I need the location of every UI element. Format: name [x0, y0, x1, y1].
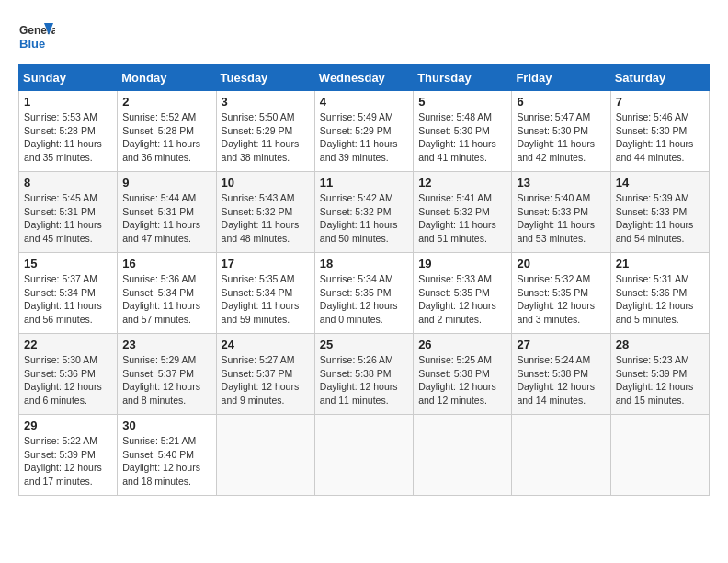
weekday-header-saturday: Saturday — [610, 65, 709, 91]
weekday-header-wednesday: Wednesday — [314, 65, 413, 91]
calendar-cell: 2Sunrise: 5:52 AM Sunset: 5:28 PM Daylig… — [118, 91, 216, 172]
calendar-cell: 8Sunrise: 5:45 AM Sunset: 5:31 PM Daylig… — [19, 172, 118, 253]
day-info: Sunrise: 5:35 AM Sunset: 5:34 PM Dayligh… — [222, 272, 310, 327]
calendar-cell: 30Sunrise: 5:21 AM Sunset: 5:40 PM Dayli… — [118, 415, 216, 496]
day-info: Sunrise: 5:36 AM Sunset: 5:34 PM Dayligh… — [122, 272, 210, 327]
calendar-cell: 5Sunrise: 5:48 AM Sunset: 5:30 PM Daylig… — [414, 91, 512, 172]
day-info: Sunrise: 5:48 AM Sunset: 5:30 PM Dayligh… — [418, 110, 506, 165]
day-number: 22 — [24, 338, 112, 351]
calendar-cell: 10Sunrise: 5:43 AM Sunset: 5:32 PM Dayli… — [216, 172, 314, 253]
day-info: Sunrise: 5:46 AM Sunset: 5:30 PM Dayligh… — [616, 110, 704, 165]
calendar-cell: 18Sunrise: 5:34 AM Sunset: 5:35 PM Dayli… — [314, 253, 413, 334]
calendar-cell — [512, 415, 610, 496]
day-number: 30 — [122, 419, 210, 432]
day-number: 25 — [320, 338, 408, 351]
day-info: Sunrise: 5:50 AM Sunset: 5:29 PM Dayligh… — [222, 110, 310, 165]
calendar-body: 1Sunrise: 5:53 AM Sunset: 5:28 PM Daylig… — [19, 91, 710, 496]
day-info: Sunrise: 5:34 AM Sunset: 5:35 PM Dayligh… — [320, 272, 408, 327]
day-info: Sunrise: 5:30 AM Sunset: 5:36 PM Dayligh… — [24, 353, 112, 408]
calendar-cell: 21Sunrise: 5:31 AM Sunset: 5:36 PM Dayli… — [610, 253, 709, 334]
calendar-cell: 23Sunrise: 5:29 AM Sunset: 5:37 PM Dayli… — [118, 334, 216, 415]
day-number: 8 — [24, 176, 112, 190]
day-number: 17 — [222, 257, 310, 270]
calendar-cell: 20Sunrise: 5:32 AM Sunset: 5:35 PM Dayli… — [512, 253, 610, 334]
calendar-cell: 22Sunrise: 5:30 AM Sunset: 5:36 PM Dayli… — [19, 334, 118, 415]
calendar-cell: 14Sunrise: 5:39 AM Sunset: 5:33 PM Dayli… — [610, 172, 709, 253]
calendar-cell: 3Sunrise: 5:50 AM Sunset: 5:29 PM Daylig… — [216, 91, 314, 172]
day-number: 16 — [122, 257, 210, 270]
day-number: 7 — [616, 95, 704, 109]
day-info: Sunrise: 5:37 AM Sunset: 5:34 PM Dayligh… — [24, 272, 112, 327]
week-row-3: 15Sunrise: 5:37 AM Sunset: 5:34 PM Dayli… — [19, 253, 710, 334]
week-row-4: 22Sunrise: 5:30 AM Sunset: 5:36 PM Dayli… — [19, 334, 710, 415]
svg-text:Blue: Blue — [19, 37, 45, 51]
day-number: 10 — [222, 176, 310, 190]
calendar-cell — [314, 415, 413, 496]
day-info: Sunrise: 5:41 AM Sunset: 5:32 PM Dayligh… — [418, 191, 506, 246]
calendar-cell: 7Sunrise: 5:46 AM Sunset: 5:30 PM Daylig… — [610, 91, 709, 172]
day-info: Sunrise: 5:21 AM Sunset: 5:40 PM Dayligh… — [122, 434, 210, 488]
week-row-1: 1Sunrise: 5:53 AM Sunset: 5:28 PM Daylig… — [19, 91, 710, 172]
day-number: 20 — [517, 257, 605, 270]
day-number: 19 — [418, 257, 506, 270]
day-number: 5 — [418, 95, 506, 109]
weekday-header-tuesday: Tuesday — [216, 65, 314, 91]
calendar-cell — [610, 415, 709, 496]
day-number: 9 — [122, 176, 210, 190]
day-number: 2 — [122, 95, 210, 109]
calendar-cell — [216, 415, 314, 496]
logo-svg: GeneralBlue — [18, 18, 55, 55]
calendar-cell: 15Sunrise: 5:37 AM Sunset: 5:34 PM Dayli… — [19, 253, 118, 334]
day-info: Sunrise: 5:31 AM Sunset: 5:36 PM Dayligh… — [616, 272, 704, 327]
calendar-cell: 13Sunrise: 5:40 AM Sunset: 5:33 PM Dayli… — [512, 172, 610, 253]
day-info: Sunrise: 5:23 AM Sunset: 5:39 PM Dayligh… — [616, 353, 704, 408]
day-number: 4 — [320, 95, 408, 109]
day-info: Sunrise: 5:43 AM Sunset: 5:32 PM Dayligh… — [222, 191, 310, 246]
day-info: Sunrise: 5:27 AM Sunset: 5:37 PM Dayligh… — [222, 353, 310, 408]
weekday-header-friday: Friday — [512, 65, 610, 91]
day-number: 27 — [517, 338, 605, 351]
logo: GeneralBlue — [18, 18, 55, 55]
day-number: 29 — [24, 419, 112, 432]
day-info: Sunrise: 5:44 AM Sunset: 5:31 PM Dayligh… — [122, 191, 210, 246]
week-row-5: 29Sunrise: 5:22 AM Sunset: 5:39 PM Dayli… — [19, 415, 710, 496]
day-info: Sunrise: 5:39 AM Sunset: 5:33 PM Dayligh… — [616, 191, 704, 246]
day-info: Sunrise: 5:26 AM Sunset: 5:38 PM Dayligh… — [320, 353, 408, 408]
calendar-cell: 27Sunrise: 5:24 AM Sunset: 5:38 PM Dayli… — [512, 334, 610, 415]
day-number: 24 — [222, 338, 310, 351]
day-info: Sunrise: 5:53 AM Sunset: 5:28 PM Dayligh… — [24, 110, 112, 165]
day-info: Sunrise: 5:24 AM Sunset: 5:38 PM Dayligh… — [517, 353, 605, 408]
weekday-header-monday: Monday — [118, 65, 216, 91]
day-info: Sunrise: 5:29 AM Sunset: 5:37 PM Dayligh… — [122, 353, 210, 408]
day-number: 13 — [517, 176, 605, 190]
calendar-cell: 1Sunrise: 5:53 AM Sunset: 5:28 PM Daylig… — [19, 91, 118, 172]
day-info: Sunrise: 5:47 AM Sunset: 5:30 PM Dayligh… — [517, 110, 605, 165]
day-info: Sunrise: 5:42 AM Sunset: 5:32 PM Dayligh… — [320, 191, 408, 246]
day-info: Sunrise: 5:32 AM Sunset: 5:35 PM Dayligh… — [517, 272, 605, 327]
day-number: 28 — [616, 338, 704, 351]
calendar-cell: 29Sunrise: 5:22 AM Sunset: 5:39 PM Dayli… — [19, 415, 118, 496]
day-info: Sunrise: 5:45 AM Sunset: 5:31 PM Dayligh… — [24, 191, 112, 246]
calendar-cell: 9Sunrise: 5:44 AM Sunset: 5:31 PM Daylig… — [118, 172, 216, 253]
calendar-cell: 4Sunrise: 5:49 AM Sunset: 5:29 PM Daylig… — [314, 91, 413, 172]
calendar-cell: 28Sunrise: 5:23 AM Sunset: 5:39 PM Dayli… — [610, 334, 709, 415]
day-info: Sunrise: 5:52 AM Sunset: 5:28 PM Dayligh… — [122, 110, 210, 165]
day-info: Sunrise: 5:25 AM Sunset: 5:38 PM Dayligh… — [418, 353, 506, 408]
week-row-2: 8Sunrise: 5:45 AM Sunset: 5:31 PM Daylig… — [19, 172, 710, 253]
day-number: 18 — [320, 257, 408, 270]
calendar-cell: 19Sunrise: 5:33 AM Sunset: 5:35 PM Dayli… — [414, 253, 512, 334]
day-number: 26 — [418, 338, 506, 351]
calendar-table: SundayMondayTuesdayWednesdayThursdayFrid… — [18, 64, 710, 496]
day-number: 12 — [418, 176, 506, 190]
day-number: 1 — [24, 95, 112, 109]
day-info: Sunrise: 5:49 AM Sunset: 5:29 PM Dayligh… — [320, 110, 408, 165]
page-header: GeneralBlue — [18, 18, 710, 55]
calendar-cell: 16Sunrise: 5:36 AM Sunset: 5:34 PM Dayli… — [118, 253, 216, 334]
day-number: 14 — [616, 176, 704, 190]
calendar-cell: 11Sunrise: 5:42 AM Sunset: 5:32 PM Dayli… — [314, 172, 413, 253]
calendar-cell — [414, 415, 512, 496]
weekday-header-thursday: Thursday — [414, 65, 512, 91]
day-number: 21 — [616, 257, 704, 270]
day-number: 11 — [320, 176, 408, 190]
day-number: 23 — [122, 338, 210, 351]
